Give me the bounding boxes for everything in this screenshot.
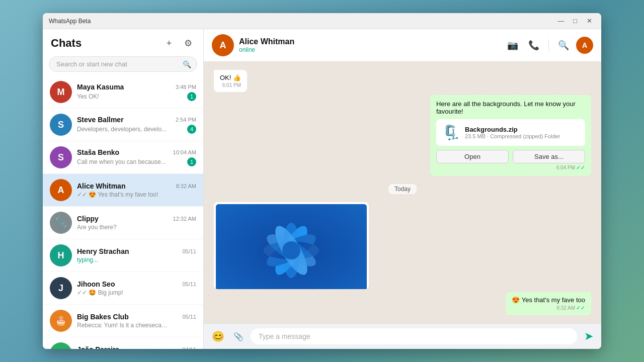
app-body: Chats + ⚙ 🔍 M Maya Kasuma 3:48 PM (43, 29, 601, 349)
message-received-ok: OK! 👍 6:01 PM (214, 70, 247, 92)
search-input[interactable] (49, 56, 197, 72)
title-bar: WhatsApp Beta — □ ✕ (43, 13, 601, 29)
chat-info-bakes: Big Bakes Club 05/11 Rebecca: Yum! Is it… (77, 313, 196, 329)
chat-name-clippy: Clippy (77, 215, 99, 223)
close-button[interactable]: ✕ (583, 15, 595, 27)
chat-time-steve: 2:54 PM (176, 117, 196, 123)
chat-name-maya: Maya Kasuma (77, 83, 124, 91)
message-sent-reply: 😍 Yes that's my fave too 8:32 AM ✓✓ (506, 292, 591, 315)
chat-info-joao: João Pereira 04/11 ✓✓ ⊙ Opened (77, 345, 196, 349)
open-file-button[interactable]: Open (436, 150, 509, 163)
chat-preview-steve: Developers, developers, develo... (77, 126, 167, 133)
chat-name-alice: Alice Whitman (77, 182, 125, 190)
chat-time-clippy: 12:32 AM (173, 216, 196, 222)
message-input[interactable] (251, 328, 577, 344)
sidebar-title: Chats (51, 37, 82, 50)
send-button[interactable]: ➤ (582, 328, 595, 345)
emoji-button[interactable]: 😊 (210, 328, 226, 344)
contact-info: Alice Whitman online (239, 37, 294, 53)
chat-preview-bakes: Rebecca: Yum! Is it a cheesecake? (77, 322, 168, 329)
file-details: Backgrounds.zip 23.5 MB · Compressed (zi… (465, 126, 560, 139)
chat-name-joao: João Pereira (77, 345, 119, 349)
message-text: 😍 Yes that's my fave too (512, 296, 585, 304)
chat-area: A Alice Whitman online 📷 📞 🔍 A (204, 29, 601, 349)
chat-item-clippy[interactable]: 📎 Clippy 12:32 AM Are you there? (43, 207, 203, 239)
chat-name-steve: Steve Ballmer (77, 116, 124, 124)
app-title: WhatsApp Beta (49, 18, 555, 25)
chat-preview-alice: ✓✓ 😍 Yes that's my fave too! (77, 191, 158, 198)
read-tick: ✓✓ (576, 164, 585, 171)
chat-item-maya[interactable]: M Maya Kasuma 3:48 PM Yes OK! 1 (43, 76, 203, 109)
maximize-button[interactable]: □ (569, 15, 581, 27)
contact-name: Alice Whitman (239, 37, 294, 46)
svg-point-13 (282, 241, 300, 259)
badge-steve: 4 (187, 125, 196, 134)
chat-time-bakes: 05/11 (182, 314, 196, 320)
file-name: Backgrounds.zip (465, 126, 560, 133)
chat-time-alice: 8:32 AM (176, 183, 196, 189)
search-bar-container: 🔍 (49, 56, 197, 72)
avatar-joao: J (50, 342, 72, 349)
voice-call-button[interactable]: 📞 (525, 38, 542, 53)
header-avatar[interactable]: A (576, 37, 593, 54)
chat-time-stasa: 10:04 AM (173, 149, 196, 155)
minimize-button[interactable]: — (555, 15, 567, 27)
message-text: OK! 👍 (220, 74, 241, 81)
video-call-button[interactable]: 📷 (504, 38, 521, 53)
read-tick: ✓✓ (576, 305, 585, 311)
chat-info-henry: Henry Strachan 05/11 typing... (77, 247, 196, 263)
chat-time-maya: 3:48 PM (176, 84, 196, 90)
chat-header-right: 📷 📞 🔍 A (504, 37, 593, 54)
avatar-jihoon: J (50, 277, 72, 299)
chat-item-steve[interactable]: S Steve Ballmer 2:54 PM Developers, deve… (43, 109, 203, 141)
chat-name-bakes: Big Bakes Club (77, 313, 129, 321)
chat-item-stasa[interactable]: S Staša Benko 10:04 AM Call me when you … (43, 141, 203, 174)
badge-maya: 1 (187, 92, 196, 101)
chat-name-stasa: Staša Benko (77, 148, 119, 156)
chat-item-jihoon[interactable]: J Jihoon Seo 05/11 ✓✓ 🤩 Big jump! (43, 272, 203, 305)
file-meta: 23.5 MB · Compressed (zipped) Folder (465, 133, 560, 139)
chat-input-bar: 😊 📎 ➤ (204, 323, 601, 349)
chat-item-joao[interactable]: J João Pereira 04/11 ✓✓ ⊙ Opened (43, 337, 203, 349)
chat-preview-henry: typing... (77, 256, 98, 263)
contact-avatar: A (212, 34, 234, 56)
chat-time-henry: 05/11 (182, 248, 196, 254)
search-chat-button[interactable]: 🔍 (555, 38, 572, 53)
app-window: WhatsApp Beta — □ ✕ Chats + ⚙ 🔍 M (43, 13, 601, 349)
image-preview (216, 204, 367, 289)
chat-item-henry[interactable]: H Henry Strachan 05/11 typing... (43, 239, 203, 272)
chat-item-alice[interactable]: A Alice Whitman 8:32 AM ✓✓ 😍 Yes that's … (43, 174, 203, 207)
attachment-button[interactable]: 📎 (231, 330, 246, 343)
chat-header-left: A Alice Whitman online (212, 34, 294, 56)
date-divider: Today (388, 184, 417, 194)
save-file-button[interactable]: Save as... (513, 150, 585, 163)
message-received-image: This is beautiful! 3:11 AM (214, 202, 369, 289)
file-actions: Open Save as... (436, 150, 585, 163)
chat-name-henry: Henry Strachan (77, 247, 129, 255)
chat-info-steve: Steve Ballmer 2:54 PM Developers, develo… (77, 116, 196, 134)
avatar-clippy: 📎 (50, 212, 72, 234)
contact-status: online (239, 46, 294, 53)
chat-preview-clippy: Are you there? (77, 224, 117, 231)
search-icon: 🔍 (183, 60, 191, 68)
chat-name-jihoon: Jihoon Seo (77, 280, 115, 288)
chat-preview-stasa: Call me when you can because... (77, 158, 166, 165)
sidebar-header-icons: + ⚙ (162, 36, 195, 50)
message-time: 8:32 AM ✓✓ (512, 305, 585, 311)
message-time: 6:01 PM (220, 82, 241, 88)
badge-stasa: 1 (187, 157, 196, 166)
chat-time-joao: 04/11 (182, 346, 196, 349)
avatar-alice: A (50, 179, 72, 201)
chat-item-bakes[interactable]: 🎂 Big Bakes Club 05/11 Rebecca: Yum! Is … (43, 305, 203, 337)
settings-button[interactable]: ⚙ (181, 36, 195, 50)
zip-file-icon: 🗜️ (442, 124, 460, 141)
header-divider (548, 39, 549, 51)
file-message-time: 6:04 PM ✓✓ (436, 164, 585, 171)
new-chat-button[interactable]: + (162, 36, 176, 50)
chat-time-jihoon: 05/11 (182, 281, 196, 287)
avatar-steve: S (50, 114, 72, 136)
chat-info-alice: Alice Whitman 8:32 AM ✓✓ 😍 Yes that's my… (77, 182, 196, 198)
file-card: 🗜️ Backgrounds.zip 23.5 MB · Compressed … (436, 119, 585, 146)
avatar-bakes: 🎂 (50, 310, 72, 332)
file-message-text: Here are all the backgrounds. Let me kno… (436, 100, 585, 115)
